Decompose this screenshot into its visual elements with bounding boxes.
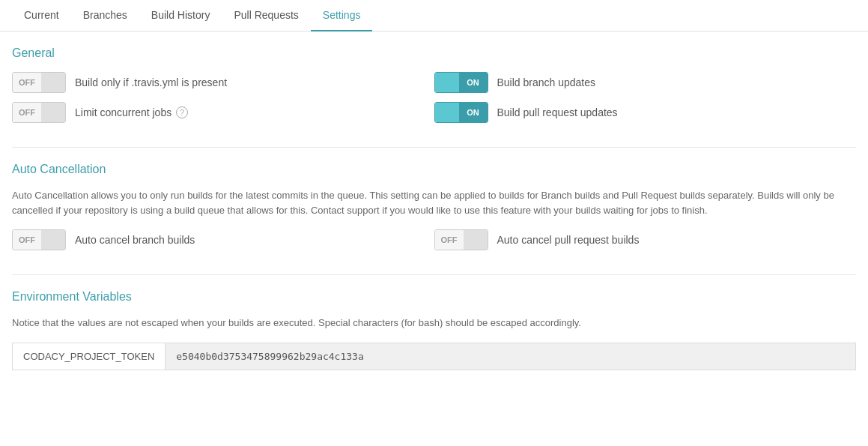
- toggle-travis-yml[interactable]: OFF: [12, 72, 66, 93]
- toggle-build-pr-updates[interactable]: ON: [434, 102, 488, 123]
- settings-row-build-pr-updates: ONBuild pull request updates: [434, 102, 857, 123]
- auto-cancellation-right-col: OFFAuto cancel pull request builds: [434, 229, 857, 259]
- toggle-off-label-auto-cancel-pr: OFF: [435, 230, 464, 250]
- auto-cancellation-grid: OFFAuto cancel branch builds OFFAuto can…: [12, 229, 856, 259]
- settings-label-auto-cancel-pr: Auto cancel pull request builds: [497, 234, 640, 246]
- nav-tab-settings[interactable]: Settings: [311, 0, 373, 31]
- auto-cancellation-description: Auto Cancellation allows you to only run…: [12, 188, 856, 217]
- toggle-thumb-travis-yml: [41, 73, 65, 92]
- general-section: General OFFBuild only if .travis.yml is …: [12, 46, 856, 132]
- toggle-thumb-build-branch-updates: [435, 73, 459, 92]
- toggle-thumb-build-pr-updates: [435, 103, 459, 122]
- toggle-off-label-travis-yml: OFF: [13, 73, 41, 92]
- auto-cancellation-left-col: OFFAuto cancel branch builds: [12, 229, 434, 259]
- toggle-on-label-build-branch-updates: ON: [459, 73, 488, 92]
- toggle-thumb-auto-cancel-branch: [41, 230, 65, 250]
- toggle-auto-cancel-branch[interactable]: OFF: [12, 229, 66, 250]
- nav-tab-build-history[interactable]: Build History: [139, 0, 222, 31]
- toggle-limit-concurrent[interactable]: OFF: [12, 102, 66, 123]
- nav-tab-current[interactable]: Current: [12, 0, 71, 31]
- env-vars-section: Environment Variables Notice that the va…: [12, 290, 856, 370]
- nav-tab-pull-requests[interactable]: Pull Requests: [222, 0, 310, 31]
- settings-label-build-branch-updates: Build branch updates: [497, 76, 596, 88]
- env-var-value: e5040b0d3753475899962b29ac4c133a: [166, 343, 855, 370]
- settings-row-auto-cancel-pr: OFFAuto cancel pull request builds: [434, 229, 857, 250]
- general-left-col: OFFBuild only if .travis.yml is presentO…: [12, 72, 434, 132]
- general-settings-grid: OFFBuild only if .travis.yml is presentO…: [12, 72, 856, 132]
- toggle-auto-cancel-pr[interactable]: OFF: [434, 229, 488, 250]
- general-right-col: ONBuild branch updatesONBuild pull reque…: [434, 72, 857, 132]
- env-vars-list: CODACY_PROJECT_TOKENe5040b0d375347589996…: [12, 343, 856, 370]
- settings-label-travis-yml: Build only if .travis.yml is present: [75, 76, 227, 88]
- toggle-thumb-auto-cancel-pr: [464, 230, 488, 250]
- settings-row-travis-yml: OFFBuild only if .travis.yml is present: [12, 72, 434, 93]
- page-content: General OFFBuild only if .travis.yml is …: [0, 31, 868, 385]
- env-var-name: CODACY_PROJECT_TOKEN: [13, 343, 166, 370]
- settings-row-limit-concurrent: OFFLimit concurrent jobs?: [12, 102, 434, 123]
- settings-label-build-pr-updates: Build pull request updates: [497, 106, 618, 118]
- settings-label-limit-concurrent: Limit concurrent jobs: [75, 106, 172, 118]
- general-title: General: [12, 46, 856, 60]
- toggle-off-label-limit-concurrent: OFF: [13, 103, 41, 122]
- settings-row-auto-cancel-branch: OFFAuto cancel branch builds: [12, 229, 434, 250]
- toggle-on-label-build-pr-updates: ON: [459, 103, 488, 122]
- nav-tab-branches[interactable]: Branches: [71, 0, 139, 31]
- env-vars-title: Environment Variables: [12, 290, 856, 304]
- env-var-row: CODACY_PROJECT_TOKENe5040b0d375347589996…: [12, 343, 856, 370]
- divider-1: [12, 147, 856, 148]
- navigation-tabs: CurrentBranchesBuild HistoryPull Request…: [0, 0, 868, 31]
- auto-cancellation-title: Auto Cancellation: [12, 163, 856, 176]
- toggle-thumb-limit-concurrent: [41, 103, 65, 122]
- help-icon-limit-concurrent: ?: [176, 106, 188, 118]
- divider-2: [12, 274, 856, 275]
- toggle-off-label-auto-cancel-branch: OFF: [13, 230, 41, 250]
- auto-cancellation-section: Auto Cancellation Auto Cancellation allo…: [12, 163, 856, 259]
- settings-label-auto-cancel-branch: Auto cancel branch builds: [75, 234, 195, 246]
- settings-row-build-branch-updates: ONBuild branch updates: [434, 72, 857, 93]
- toggle-build-branch-updates[interactable]: ON: [434, 72, 488, 93]
- env-vars-notice: Notice that the values are not escaped w…: [12, 316, 856, 331]
